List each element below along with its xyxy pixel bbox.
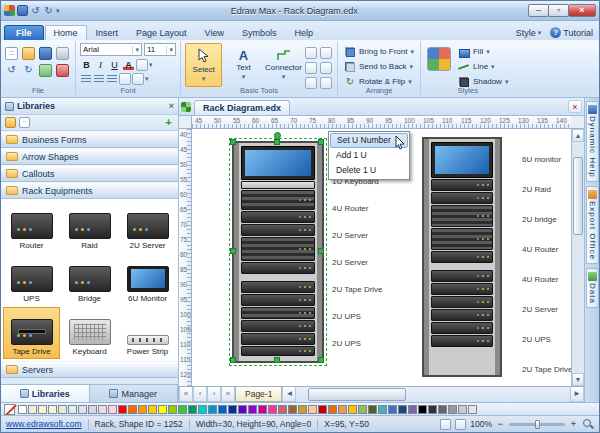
rack-unit[interactable] (241, 307, 315, 319)
library-section-callouts[interactable]: Callouts (1, 165, 178, 182)
ribbon-tab-view[interactable]: View (196, 25, 233, 40)
color-swatch[interactable] (328, 405, 337, 414)
rack-unit[interactable] (241, 275, 315, 280)
rack-unit[interactable] (431, 179, 493, 191)
rack-unit[interactable] (431, 322, 493, 334)
style-fill[interactable]: Fill▾ (456, 45, 510, 58)
rack-shape-right[interactable] (422, 137, 502, 377)
rack-unit-monitor[interactable] (431, 142, 493, 178)
selection-handle[interactable] (318, 248, 324, 254)
page-tab[interactable]: Page-1 (235, 387, 282, 402)
color-swatch[interactable] (198, 405, 207, 414)
prev-page-icon[interactable]: ‹ (193, 387, 207, 402)
rack-unit[interactable] (431, 192, 493, 204)
redo-icon[interactable] (43, 5, 54, 16)
undo-icon[interactable] (30, 5, 41, 16)
save-icon[interactable] (39, 47, 52, 60)
bullet-list-icon[interactable] (119, 73, 131, 85)
underline-button[interactable]: U (108, 58, 121, 71)
color-swatch[interactable] (318, 405, 327, 414)
select-tool-button[interactable]: Select ▾ (185, 43, 222, 87)
rack-unit[interactable] (241, 211, 315, 223)
color-swatch[interactable] (448, 405, 457, 414)
fit-width-icon[interactable] (455, 419, 466, 430)
first-page-icon[interactable]: « (179, 387, 193, 402)
rack-unit[interactable] (431, 251, 493, 263)
rack-unit[interactable] (241, 190, 315, 210)
color-swatch[interactable] (98, 405, 107, 414)
rack-unit[interactable] (431, 264, 493, 269)
color-swatch[interactable] (358, 405, 367, 414)
selection-handle[interactable] (230, 357, 236, 363)
library-item-ups[interactable]: UPS (3, 254, 60, 306)
line-spacing-icon[interactable] (132, 73, 144, 85)
scroll-up-icon[interactable]: ▲ (572, 129, 584, 142)
color-swatch[interactable] (28, 405, 37, 414)
italic-button[interactable]: I (94, 58, 107, 71)
selection-handle[interactable] (230, 248, 236, 254)
scroll-right-icon[interactable]: ► (570, 387, 584, 402)
library-item-6u-monitor[interactable]: 6U Monitor (119, 254, 176, 306)
pen-tool-icon[interactable] (320, 47, 332, 59)
selection-handle[interactable] (274, 139, 280, 145)
horizontal-scroll-thumb[interactable] (308, 388, 406, 401)
color-swatch[interactable] (378, 405, 387, 414)
redo-icon[interactable] (22, 64, 35, 77)
add-library-icon[interactable] (163, 117, 174, 128)
file-menu-button[interactable]: File (4, 25, 44, 40)
document-close-icon[interactable]: × (568, 100, 582, 113)
fit-page-icon[interactable] (440, 419, 451, 430)
color-swatch[interactable] (38, 405, 47, 414)
next-page-icon[interactable]: › (207, 387, 221, 402)
eraser-tool-icon[interactable] (320, 62, 332, 74)
vertical-scrollbar[interactable]: ▲ ▼ (571, 129, 584, 386)
arrange-bring-to-front[interactable]: Bring to Front▾ (342, 45, 416, 58)
selection-handle[interactable] (274, 357, 280, 363)
pencil-tool-icon[interactable] (305, 47, 317, 59)
new-library-icon[interactable] (19, 117, 30, 128)
rack-unit[interactable] (241, 320, 315, 332)
library-item-raid[interactable]: Raid (61, 201, 118, 253)
ribbon-tab-home[interactable]: Home (45, 25, 87, 40)
font-color-button[interactable]: A (122, 58, 135, 71)
rack-unit[interactable] (241, 262, 315, 274)
document-tab[interactable]: Rack Diagram.edx (194, 100, 290, 115)
side-tab-export-office[interactable]: Export Office (586, 186, 599, 264)
color-swatch[interactable] (268, 405, 277, 414)
rack-unit[interactable] (241, 333, 315, 345)
color-swatch[interactable] (388, 405, 397, 414)
rack-unit[interactable] (241, 346, 315, 356)
drawing-canvas[interactable]: Set U NumberAdd 1 UDelete 1 U 1U Keyboar… (192, 129, 571, 386)
print-icon[interactable] (56, 47, 69, 60)
rack-unit[interactable] (241, 281, 315, 293)
color-swatch[interactable] (418, 405, 427, 414)
color-swatch[interactable] (118, 405, 127, 414)
zoom-in-icon[interactable]: + (569, 419, 578, 429)
color-swatch[interactable] (128, 405, 137, 414)
color-swatch[interactable] (228, 405, 237, 414)
ribbon-tab-page-layout[interactable]: Page Layout (127, 25, 196, 40)
style-line[interactable]: Line▾ (456, 60, 510, 73)
color-swatch[interactable] (258, 405, 267, 414)
save-icon[interactable] (17, 5, 28, 16)
library-section-arrow-shapes[interactable]: Arrow Shapes (1, 148, 178, 165)
color-swatch[interactable] (58, 405, 67, 414)
color-swatch[interactable] (288, 405, 297, 414)
library-item-router[interactable]: Router (3, 201, 60, 253)
scroll-left-icon[interactable]: ◄ (282, 387, 296, 402)
ribbon-tab-help[interactable]: Help (285, 25, 322, 40)
edraw-logo-icon[interactable] (4, 5, 15, 16)
no-fill-icon[interactable] (4, 404, 15, 415)
rack-unit[interactable] (431, 205, 493, 227)
rack-unit[interactable] (431, 309, 493, 321)
selection-handle[interactable] (318, 357, 324, 363)
vertical-scroll-track[interactable] (573, 143, 583, 372)
color-swatch[interactable] (188, 405, 197, 414)
arrange-send-to-back[interactable]: Send to Back▾ (342, 60, 416, 73)
rotation-handle[interactable] (274, 132, 281, 139)
color-swatch[interactable] (438, 405, 447, 414)
color-swatch[interactable] (108, 405, 117, 414)
rack-unit[interactable] (431, 296, 493, 308)
selection-handle[interactable] (318, 139, 324, 145)
rack-unit[interactable] (241, 237, 315, 261)
